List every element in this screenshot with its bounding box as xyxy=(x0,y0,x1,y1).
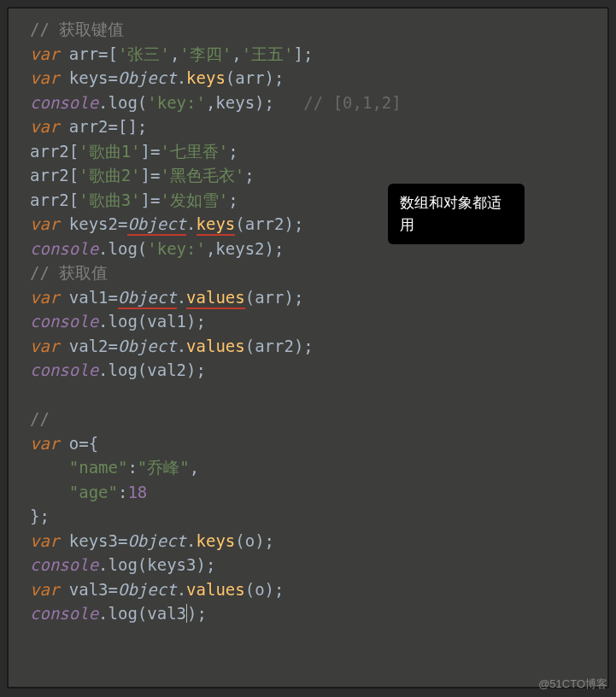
code-line: var arr2=[]; xyxy=(30,114,607,139)
code-line: var o={ xyxy=(30,431,607,456)
code-line: console.log(keys3); xyxy=(30,553,607,577)
code-editor[interactable]: // 获取键值 var arr=['张三','李四','王五']; var ke… xyxy=(7,7,609,688)
code-line: var arr=['张三','李四','王五']; xyxy=(30,42,607,67)
annotation-note: 数组和对象都适用 xyxy=(388,184,525,244)
code-line: var val2=Object.values(arr2); xyxy=(30,334,607,359)
code-line: console.log('key:',keys); // [0,1,2] xyxy=(30,91,607,115)
code-line: // 获取值 xyxy=(30,261,607,285)
code-line: // xyxy=(30,407,607,431)
code-line: }; xyxy=(30,504,607,529)
code-line xyxy=(30,383,607,407)
code-line: var keys=Object.keys(arr); xyxy=(30,66,607,91)
watermark: @51CTO博客 xyxy=(538,676,607,693)
code-line: var keys3=Object.keys(o); xyxy=(30,529,607,554)
code-line: var val3=Object.values(o); xyxy=(30,577,607,602)
code-line: console.log(val1); xyxy=(30,309,607,334)
code-line: console.log(val2); xyxy=(30,358,607,383)
code-line: var val1=Object.values(arr); xyxy=(30,285,607,310)
code-line: arr2['歌曲1']='七里香'; xyxy=(30,139,607,164)
code-line: console.log(val3); xyxy=(30,601,607,626)
code-line: "name":"乔峰", xyxy=(30,455,607,480)
code-line: // 获取键值 xyxy=(30,17,607,42)
code-line: "age":18 xyxy=(30,480,607,505)
